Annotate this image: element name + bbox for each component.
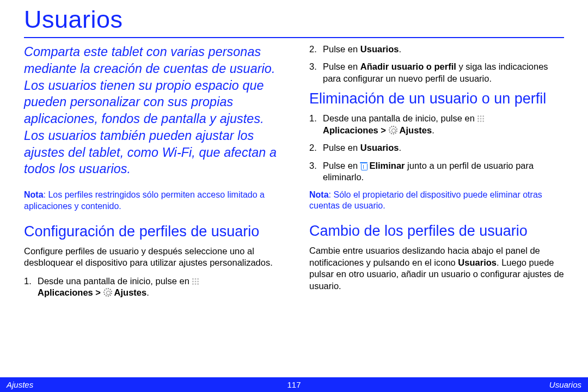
apps-grid-icon [477, 115, 485, 122]
page-title: Usuarios [24, 5, 564, 34]
step-3-delete: 3. Pulse en Eliminar junto a un perfil d… [309, 160, 564, 183]
gear-icon [389, 126, 397, 134]
step-2-delete: 2. Pulse en Usuarios. [309, 142, 564, 154]
step-1-delete: 1. Desde una pantalla de inicio, pulse e… [309, 113, 564, 136]
step-1-configure: 1. Desde una pantalla de inicio, pulse e… [24, 275, 279, 299]
note-only-owner: Nota: Sólo el propietario del dispositiv… [309, 189, 564, 212]
note-restricted-profiles: Nota: Los perfiles restringidos sólo per… [24, 189, 279, 212]
configure-profiles-intro: Configure perfiles de usuario y después … [24, 246, 279, 269]
note-body: : Los perfiles restringidos sólo permite… [24, 190, 265, 211]
step-3-configure: 3. Pulse en Añadir usuario o perfil y si… [309, 61, 564, 84]
note-label: Nota [24, 190, 44, 199]
note-label: Nota [309, 190, 329, 199]
title-rule [24, 37, 564, 38]
right-column: 2. Pulse en Usuarios. 3. Pulse en Añadir… [309, 44, 564, 304]
page-footer: Ajustes 117 Usuarios [0, 377, 588, 392]
left-column: Comparta este tablet con varias personas… [24, 44, 279, 304]
heading-switch-profiles: Cambio de los perfiles de usuario [309, 223, 564, 240]
heading-configure-profiles: Configuración de perfiles de usuario [24, 223, 279, 240]
intro-text: Comparta este tablet con varias personas… [24, 44, 279, 177]
apps-grid-icon [192, 278, 199, 285]
step-2-configure: 2. Pulse en Usuarios. [309, 44, 564, 55]
footer-right: Usuarios [294, 380, 581, 389]
footer-page-number: 117 [287, 380, 301, 389]
heading-delete-user: Eliminación de un usuario o un perfil [309, 90, 564, 107]
footer-left: Ajustes [7, 380, 294, 389]
note-body: : Sólo el propietario del dispositivo pu… [309, 190, 542, 211]
gear-icon [103, 288, 112, 297]
trash-icon [360, 162, 367, 170]
switch-profiles-para: Cambie entre usuarios deslizando hacia a… [309, 245, 564, 292]
